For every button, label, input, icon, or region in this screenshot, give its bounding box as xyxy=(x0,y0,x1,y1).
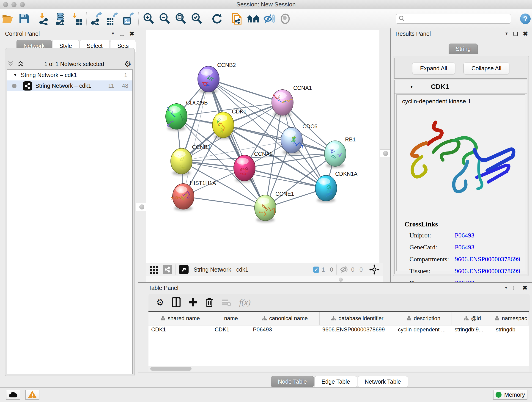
application-window: Session: New Session xyxy=(0,0,532,402)
expand-all-icon[interactable] xyxy=(17,61,24,67)
export-image-icon[interactable] xyxy=(120,12,137,26)
open-session-icon[interactable] xyxy=(0,12,16,26)
node-RB1[interactable]: RB1 xyxy=(324,136,356,168)
collection-expand-icon[interactable]: ▼ xyxy=(13,73,17,77)
table-row[interactable]: CDK1CDK1P064939606.ENSP00000378699cyclin… xyxy=(148,325,529,335)
node-CDK1[interactable]: CDK1 xyxy=(212,108,247,139)
crosslink-link[interactable]: 9606.ENSP00000378699 xyxy=(455,255,520,263)
zoom-in-icon[interactable] xyxy=(141,12,157,26)
network-options-gear-icon[interactable]: ⚙ xyxy=(124,59,131,69)
network-view-share-icon[interactable] xyxy=(163,265,172,274)
close-panel-icon[interactable]: ✖ xyxy=(523,31,528,37)
cell-@id[interactable]: stringdb:9... xyxy=(452,325,493,335)
column-header-database-identifier[interactable]: database identifier xyxy=(320,312,395,325)
node-HIST1H1A[interactable]: HIST1H1A xyxy=(172,180,216,211)
panel-menu-icon[interactable]: ▼ xyxy=(504,286,508,290)
collapse-all-icon[interactable] xyxy=(7,61,14,67)
column-header-canonical-name[interactable]: canonical name xyxy=(250,312,320,325)
node-CDC25B[interactable]: CDC25B xyxy=(166,99,208,131)
import-database-icon[interactable] xyxy=(52,12,68,26)
cdk1-section-header[interactable]: ▼ CDK1 xyxy=(394,80,527,94)
crosslink-link[interactable]: 9606.ENSP00000378699 xyxy=(455,268,520,275)
node-table[interactable]: shared namenamecanonical namedatabase id… xyxy=(148,311,529,366)
cell-shared-name[interactable]: CDK1 xyxy=(148,325,212,335)
section-collapse-icon[interactable]: ▼ xyxy=(410,85,413,89)
table-panel-splitter[interactable] xyxy=(146,276,383,282)
float-panel-icon[interactable] xyxy=(513,286,517,290)
tab-edge-table[interactable]: Edge Table xyxy=(314,376,357,387)
tab-node-table[interactable]: Node Table xyxy=(271,376,314,387)
edge-CDK1-RB1[interactable] xyxy=(223,125,335,153)
node-CDKN1A[interactable]: CDKN1A xyxy=(315,171,357,203)
show-columns-icon[interactable] xyxy=(172,297,181,307)
close-panel-icon[interactable]: ✖ xyxy=(129,31,134,37)
node-CCNE1[interactable]: CCNE1 xyxy=(254,191,294,222)
node-label-CDC6: CDC6 xyxy=(302,123,317,129)
panel-menu-icon[interactable]: ▼ xyxy=(111,32,115,36)
collection-label: String Network – cdk1 xyxy=(21,72,124,78)
export-table-icon[interactable] xyxy=(104,12,120,26)
hide-selected-icon[interactable] xyxy=(261,12,277,26)
expand-all-button[interactable]: Expand All xyxy=(412,63,455,74)
node-CCNB2[interactable]: CCNB2 xyxy=(198,62,236,94)
column-header-description[interactable]: description xyxy=(395,312,452,325)
import-network-icon[interactable] xyxy=(36,12,52,26)
float-panel-icon[interactable] xyxy=(513,32,518,36)
results-panel-title: Results Panel xyxy=(395,31,431,37)
crosslink-link[interactable]: P06493 xyxy=(455,232,475,239)
cloud-status-button[interactable] xyxy=(6,390,20,400)
column-header-namespac[interactable]: namespac xyxy=(493,312,529,325)
birds-eye-view-icon[interactable] xyxy=(369,264,380,274)
refresh-icon[interactable] xyxy=(209,12,225,26)
warnings-button[interactable] xyxy=(25,390,39,400)
network-collection-row[interactable]: ▼ String Network – cdk1 1 xyxy=(7,70,133,80)
delete-column-icon[interactable] xyxy=(205,297,214,307)
zoom-out-icon[interactable] xyxy=(157,12,173,26)
results-panel-divider[interactable] xyxy=(390,28,391,282)
edge-CCNB2-CCNA1[interactable] xyxy=(209,79,283,102)
function-builder-icon[interactable]: f(x) xyxy=(239,298,251,307)
column-header-shared-name[interactable]: shared name xyxy=(148,312,212,325)
close-panel-icon[interactable]: ✖ xyxy=(522,285,527,291)
share-document-icon[interactable] xyxy=(229,12,245,26)
import-table-icon[interactable] xyxy=(68,12,84,26)
save-session-icon[interactable] xyxy=(16,12,32,26)
table-splitter-handle[interactable] xyxy=(339,278,343,282)
add-column-icon[interactable] xyxy=(188,298,197,307)
cell-description[interactable]: cyclin-dependent ... xyxy=(395,325,452,335)
cell-namespac[interactable]: stringdb xyxy=(493,325,529,335)
zoom-selected-icon[interactable] xyxy=(189,12,205,26)
network-canvas[interactable]: CCNB2CCNA1CDC25BCDK1CDC6RB1CCNB1CCNA2CDK… xyxy=(146,30,380,263)
collapse-all-button[interactable]: Collapse All xyxy=(463,63,510,74)
memory-button[interactable]: Memory xyxy=(493,390,527,400)
home-network-icon[interactable] xyxy=(245,12,261,26)
tab-string[interactable]: String xyxy=(449,44,478,54)
edge-CCNB2-CCNE1[interactable] xyxy=(209,79,265,208)
search-input[interactable] xyxy=(408,15,511,23)
zoom-fit-icon[interactable] xyxy=(173,12,189,26)
panel-menu-icon[interactable]: ▼ xyxy=(505,32,508,36)
node-label-CDC25B: CDC25B xyxy=(186,99,208,106)
detach-view-icon[interactable] xyxy=(179,265,189,274)
table-options-gear-icon[interactable]: ⚙ xyxy=(156,297,164,307)
edge-HIST1H1A-CCNE1[interactable] xyxy=(183,196,265,208)
tab-network-table[interactable]: Network Table xyxy=(358,376,408,387)
shared-column-icon xyxy=(494,316,500,321)
float-panel-icon[interactable] xyxy=(120,32,124,36)
help-icon[interactable]: ? xyxy=(520,13,531,24)
right-splitter-handle[interactable] xyxy=(380,149,391,157)
selected-nodes-checkbox-icon[interactable]: ✓ xyxy=(313,267,319,273)
cell-name[interactable]: CDK1 xyxy=(212,325,250,335)
hscrollbar-thumb[interactable] xyxy=(150,367,191,370)
table-hscrollbar[interactable] xyxy=(148,366,529,371)
column-header-@id[interactable]: @id xyxy=(452,312,493,325)
network-row-selected[interactable]: String Network – cdk1 11 48 xyxy=(7,80,133,91)
column-header-name[interactable]: name xyxy=(212,312,250,325)
cell-canonical-name[interactable]: P06493 xyxy=(250,325,320,335)
crosslink-link[interactable]: P06493 xyxy=(455,244,475,251)
delete-table-icon[interactable] xyxy=(221,298,231,306)
show-eye-icon[interactable] xyxy=(277,12,293,26)
export-network-icon[interactable] xyxy=(89,12,104,26)
grid-view-icon[interactable] xyxy=(150,265,159,274)
cell-database-identifier[interactable]: 9606.ENSP00000378699 xyxy=(320,325,395,335)
